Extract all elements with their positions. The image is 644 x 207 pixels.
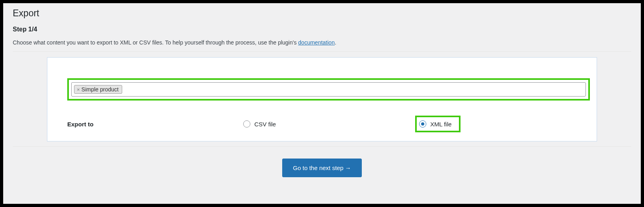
content-type-select[interactable]: × Simple product [71,82,586,97]
description-text-pre: Choose what content you want to export t… [13,39,298,46]
radio-icon [243,120,250,128]
export-to-row: Export to CSV file XML file [67,116,577,132]
radio-xml-label: XML file [430,121,452,128]
radio-xml-file[interactable]: XML file [419,120,452,128]
content-select-highlight: × Simple product [67,78,590,101]
radio-xml-highlight: XML file [415,116,461,132]
radio-dot-icon [421,122,424,126]
documentation-link[interactable]: documentation [298,39,335,46]
radio-icon [419,120,426,128]
step-description: Choose what content you want to export t… [13,39,631,52]
divider [13,146,631,147]
export-panel: × Simple product Export to CSV file [47,57,597,141]
radio-csv-file[interactable]: CSV file [243,120,415,128]
remove-chip-icon[interactable]: × [77,87,80,92]
description-text-post: . [335,39,336,46]
step-indicator: Step 1/4 [13,26,631,33]
chip-label: Simple product [82,86,119,93]
radio-csv-label: CSV file [254,121,276,128]
page-title: Export [13,8,631,19]
next-step-button[interactable]: Go to the next step → [282,159,362,177]
selected-chip-simple-product: × Simple product [74,85,122,94]
export-to-label: Export to [67,121,243,128]
